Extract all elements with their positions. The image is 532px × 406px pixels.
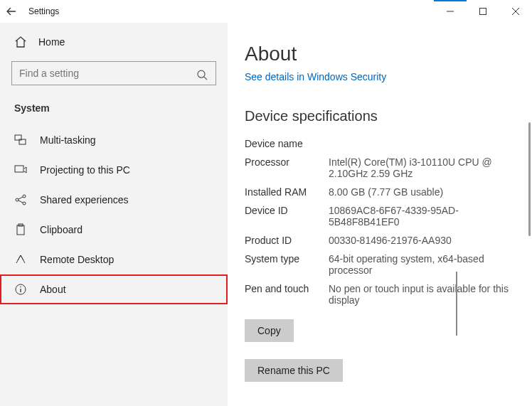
sidebar-item-multitasking[interactable]: Multi-tasking (0, 125, 228, 155)
spec-label: Device ID (245, 205, 323, 228)
scrollbar[interactable] (528, 122, 531, 236)
spec-value: 00330-81496-21976-AA930 (329, 235, 515, 246)
svg-rect-10 (17, 225, 24, 235)
spec-value: 10869AC8-6F67-4339-95AD-5B48F8B41EF0 (329, 205, 515, 228)
accent-strip (434, 0, 467, 1)
spec-productid: Product ID 00330-81496-21976-AA930 (245, 231, 515, 250)
svg-point-7 (16, 198, 18, 201)
sidebar-item-shared[interactable]: Shared experiences (0, 185, 228, 215)
sidebar-item-label: Multi-tasking (40, 134, 96, 146)
spec-deviceid: Device ID 10869AC8-6F67-4339-95AD-5B48F8… (245, 201, 515, 231)
sidebar-item-about[interactable]: About (0, 274, 228, 304)
multitasking-icon (14, 134, 27, 146)
spec-value: 64-bit operating system, x64-based proce… (329, 253, 515, 276)
arrow-left-icon (6, 6, 17, 17)
titlebar: Settings (0, 0, 532, 23)
spec-label: Installed RAM (245, 186, 323, 198)
close-icon (512, 8, 519, 15)
clipboard-icon (14, 223, 27, 236)
spec-label: Device name (245, 138, 323, 149)
minimize-icon (447, 8, 454, 15)
svg-point-9 (23, 202, 26, 205)
spec-value: Intel(R) Core(TM) i3-10110U CPU @ 2.10GH… (329, 156, 515, 179)
home-icon (14, 36, 27, 48)
shared-icon (14, 193, 27, 206)
rename-button[interactable]: Rename this PC (245, 359, 343, 382)
content-pane: About See details in Windows Security De… (228, 23, 532, 406)
maximize-button[interactable] (467, 0, 499, 23)
search-input[interactable] (11, 61, 216, 85)
svg-rect-6 (15, 166, 23, 172)
close-button[interactable] (499, 0, 532, 23)
copy-button[interactable]: Copy (245, 319, 294, 342)
sidebar-item-label: Remote Desktop (40, 254, 114, 265)
sidebar-item-label: Projecting to this PC (40, 164, 130, 176)
spec-label: Pen and touch (245, 283, 323, 306)
info-icon (14, 283, 27, 296)
remote-icon (14, 253, 27, 266)
home-label: Home (38, 36, 65, 48)
page-title: About (245, 43, 515, 65)
sidebar-item-label: About (40, 284, 66, 295)
security-link[interactable]: See details in Windows Security (245, 71, 515, 82)
spec-value: No pen or touch input is available for t… (329, 283, 515, 306)
sidebar-item-clipboard[interactable]: Clipboard (0, 215, 228, 245)
spec-label: Product ID (245, 235, 323, 246)
svg-point-13 (20, 287, 21, 288)
svg-point-8 (23, 195, 26, 198)
selection-indicator (456, 272, 457, 336)
sidebar-item-projecting[interactable]: Projecting to this PC (0, 155, 228, 185)
back-button[interactable] (6, 6, 17, 17)
section-title: System (0, 95, 228, 121)
app-title: Settings (28, 6, 59, 16)
sidebar-item-remote[interactable]: Remote Desktop (0, 245, 228, 274)
spec-value: 8.00 GB (7.77 GB usable) (329, 186, 515, 198)
projecting-icon (14, 164, 27, 176)
nav-list: Multi-tasking Projecting to this PC Shar… (0, 125, 228, 304)
home-link[interactable]: Home (0, 28, 228, 55)
spec-processor: Processor Intel(R) Core(TM) i3-10110U CP… (245, 153, 515, 183)
spec-systemtype: System type 64-bit operating system, x64… (245, 250, 515, 279)
spec-ram: Installed RAM 8.00 GB (7.77 GB usable) (245, 183, 515, 201)
sidebar-item-label: Clipboard (40, 224, 83, 235)
spec-pen: Pen and touch No pen or touch input is a… (245, 279, 515, 309)
spec-label: System type (245, 253, 323, 276)
sidebar-item-label: Shared experiences (40, 194, 129, 205)
minimize-button[interactable] (434, 0, 467, 23)
spec-device-name: Device name (245, 134, 515, 153)
maximize-icon (479, 8, 486, 15)
window-controls (434, 0, 532, 23)
svg-rect-1 (480, 9, 486, 15)
device-spec-heading: Device specifications (245, 108, 515, 124)
sidebar: Home System Multi-tasking Projecting to … (0, 23, 228, 406)
search-container (0, 55, 228, 95)
spec-label: Processor (245, 156, 323, 179)
